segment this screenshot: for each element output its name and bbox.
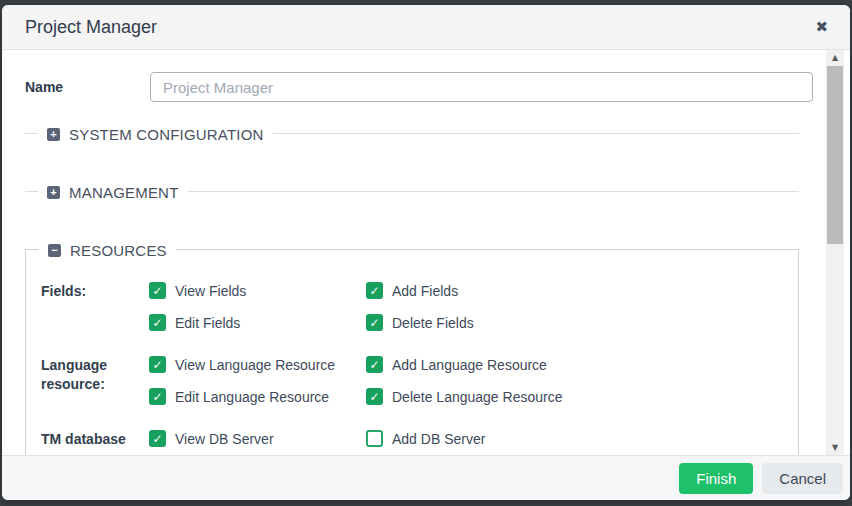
checkbox-label: View Fields [175, 283, 246, 299]
section-system-configuration: + SYSTEM CONFIGURATION [25, 133, 799, 134]
checkbox-label: Add Language Resource [392, 357, 547, 373]
close-icon[interactable]: ✖ [811, 16, 832, 39]
checkbox-label: Add Fields [392, 283, 458, 299]
checkbox-edit-language-resource[interactable] [149, 388, 166, 405]
dialog-footer: Finish Cancel [2, 455, 850, 500]
dialog-body: Name + SYSTEM CONFIGURATION + MANAGEMENT… [2, 50, 850, 455]
section-toggle-system-configuration[interactable]: + SYSTEM CONFIGURATION [38, 122, 273, 146]
section-toggle-management[interactable]: + MANAGEMENT [38, 180, 188, 204]
checkbox-label: Delete Language Resource [392, 389, 562, 405]
permission-row-tm-database-server: TM database server: View DB Server Add D… [41, 430, 798, 455]
finish-button[interactable]: Finish [679, 463, 753, 494]
checkbox-edit-fields[interactable] [149, 314, 166, 331]
scrollbar-thumb[interactable] [827, 66, 843, 244]
section-management: + MANAGEMENT [25, 191, 799, 192]
checkbox-add-db-server[interactable] [366, 430, 383, 447]
permission-item: Delete Fields [366, 314, 583, 331]
section-resources: − RESOURCES Fields: View Fields Add Fiel… [25, 249, 799, 455]
permission-item: Add Language Resource [366, 356, 583, 373]
name-input[interactable] [150, 72, 813, 102]
expand-icon: + [47, 186, 60, 199]
expand-icon: + [47, 128, 60, 141]
section-toggle-resources[interactable]: − RESOURCES [39, 238, 176, 262]
checkbox-delete-language-resource[interactable] [366, 388, 383, 405]
section-title: RESOURCES [70, 242, 167, 259]
permission-item: Edit Language Resource [149, 388, 366, 405]
checkbox-view-language-resource[interactable] [149, 356, 166, 373]
permission-item: Add Fields [366, 282, 583, 299]
checkbox-view-db-server[interactable] [149, 430, 166, 447]
checkbox-label: Edit Language Resource [175, 389, 329, 405]
checkbox-delete-fields[interactable] [366, 314, 383, 331]
permission-row-label: Fields: [41, 282, 149, 301]
collapse-icon: − [48, 244, 61, 257]
checkbox-add-fields[interactable] [366, 282, 383, 299]
dialog-header: Project Manager ✖ [2, 5, 850, 50]
cancel-button[interactable]: Cancel [762, 463, 843, 494]
checkbox-label: Delete Fields [392, 315, 474, 331]
permission-item: View DB Server [149, 430, 366, 447]
checkbox-label: View Language Resource [175, 357, 335, 373]
dialog-title: Project Manager [25, 17, 157, 38]
scroll-up-icon[interactable]: ▲ [826, 50, 844, 65]
permission-item: Add DB Server [366, 430, 583, 447]
permission-row-language-resource: Language resource: View Language Resourc… [41, 356, 798, 420]
name-label: Name [25, 79, 150, 95]
checkbox-label: Edit Fields [175, 315, 240, 331]
checkbox-view-fields[interactable] [149, 282, 166, 299]
section-title: MANAGEMENT [69, 184, 179, 201]
checkbox-label: View DB Server [175, 431, 274, 447]
dialog-body-content: Name + SYSTEM CONFIGURATION + MANAGEMENT… [25, 50, 813, 455]
permission-item: Edit Fields [149, 314, 366, 331]
permission-row-fields: Fields: View Fields Add Fields Edit F [41, 282, 798, 346]
permission-item: Delete Language Resource [366, 388, 583, 405]
permission-row-label: Language resource: [41, 356, 149, 394]
permission-row-label: TM database server: [41, 430, 149, 455]
permission-item: View Language Resource [149, 356, 366, 373]
checkbox-add-language-resource[interactable] [366, 356, 383, 373]
project-manager-dialog: Project Manager ✖ Name + SYSTEM CONFIGUR… [2, 5, 850, 500]
name-field-row: Name [25, 72, 813, 102]
checkbox-label: Add DB Server [392, 431, 485, 447]
scroll-down-icon[interactable]: ▼ [826, 440, 844, 455]
vertical-scrollbar[interactable]: ▲ ▼ [826, 50, 844, 455]
permission-item: View Fields [149, 282, 366, 299]
section-title: SYSTEM CONFIGURATION [69, 126, 264, 143]
